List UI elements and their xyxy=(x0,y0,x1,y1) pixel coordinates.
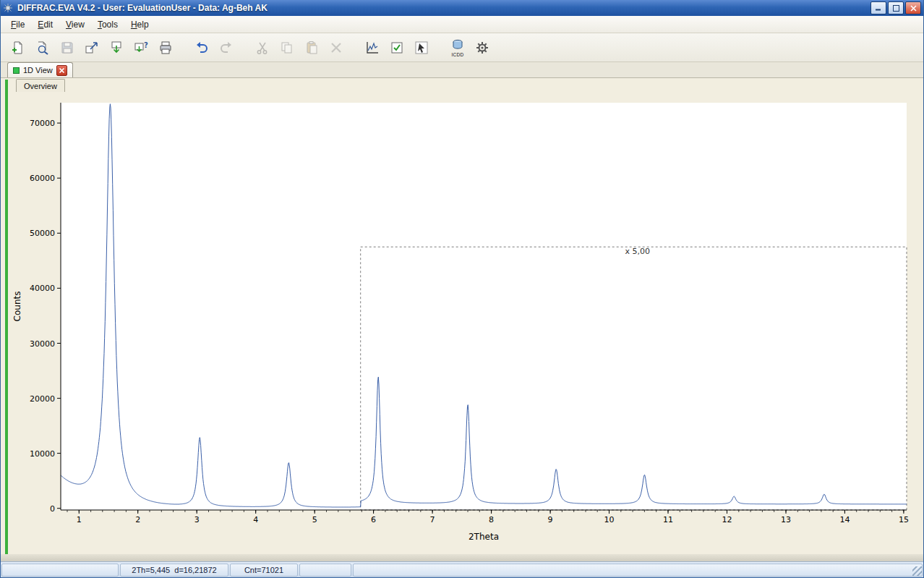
redo-icon xyxy=(219,41,234,55)
panel-footer xyxy=(0,554,924,561)
toolbar-delete-button xyxy=(325,35,347,60)
check-view-icon xyxy=(390,41,404,55)
icdd-label: ICDD xyxy=(451,52,463,57)
export-icon xyxy=(85,41,99,55)
svg-text:10000: 10000 xyxy=(30,449,55,459)
svg-text:2Theta: 2Theta xyxy=(469,532,499,542)
toolbar-save-as-button[interactable]: ? xyxy=(130,35,152,60)
svg-text:8: 8 xyxy=(489,515,494,524)
copy-icon xyxy=(280,41,294,55)
status-bar: 2Th=5,445 d=16,21872 Cnt=71021 xyxy=(0,561,924,578)
svg-text:10: 10 xyxy=(604,515,615,524)
icdd-icon xyxy=(450,38,465,52)
tab-close-button[interactable] xyxy=(56,65,67,76)
svg-text:4: 4 xyxy=(253,515,258,524)
cut-icon xyxy=(255,41,270,55)
svg-text:5: 5 xyxy=(312,515,317,524)
svg-text:1: 1 xyxy=(77,515,82,524)
svg-text:14: 14 xyxy=(839,515,850,524)
svg-text:30000: 30000 xyxy=(30,339,55,349)
settings-icon xyxy=(475,41,489,55)
svg-text:60000: 60000 xyxy=(30,174,55,183)
svg-text:9: 9 xyxy=(548,515,553,524)
svg-text:?: ? xyxy=(144,41,148,49)
status-cell-empty-2 xyxy=(299,564,351,577)
print-icon xyxy=(158,41,173,55)
toolbar-undo-button[interactable] xyxy=(191,35,213,60)
svg-text:15: 15 xyxy=(899,515,909,524)
new-icon xyxy=(11,41,25,55)
svg-text:6: 6 xyxy=(371,515,376,524)
scan-chart-icon xyxy=(365,41,380,55)
svg-text:13: 13 xyxy=(781,515,791,524)
svg-text:Counts: Counts xyxy=(12,292,22,322)
diffraction-chart[interactable]: x 5,001234567891011121314150100002000030… xyxy=(9,94,912,546)
import-icon xyxy=(109,41,124,55)
toolbar-save-button xyxy=(56,35,78,60)
toolbar-check-view-button[interactable] xyxy=(386,35,408,60)
svg-text:11: 11 xyxy=(663,515,673,524)
toolbar-paste-button xyxy=(301,35,322,60)
toolbar-import-button[interactable] xyxy=(106,35,127,60)
menu-tools[interactable]: Tools xyxy=(91,17,124,32)
save-as-icon: ? xyxy=(134,41,148,55)
tab-1d-view-label: 1D View xyxy=(23,66,53,75)
svg-text:40000: 40000 xyxy=(30,284,55,293)
toolbar-open-preview-button[interactable] xyxy=(32,35,54,60)
paste-icon xyxy=(304,41,319,55)
toolbar: ?ICDD xyxy=(0,33,924,62)
svg-text:7: 7 xyxy=(430,515,435,524)
status-cell-empty-3 xyxy=(353,564,923,577)
svg-text:0: 0 xyxy=(50,504,55,514)
toolbar-pointer-button[interactable] xyxy=(411,35,432,60)
tab-strip: 1D View xyxy=(0,62,924,78)
tab-overview[interactable]: Overview xyxy=(16,79,65,92)
app-icon xyxy=(3,3,13,13)
toolbar-scan-chart-button[interactable] xyxy=(362,35,383,60)
menu-edit[interactable]: Edit xyxy=(31,17,59,32)
chart-panel: x 5,001234567891011121314150100002000030… xyxy=(0,93,924,554)
svg-text:20000: 20000 xyxy=(30,394,55,404)
svg-text:3: 3 xyxy=(194,515,200,524)
delete-icon xyxy=(329,41,343,55)
status-cell-counts: Cnt=71021 xyxy=(230,564,298,577)
undo-icon xyxy=(194,41,209,55)
toolbar-export-button[interactable] xyxy=(81,35,103,60)
status-cell-empty-1 xyxy=(1,564,119,577)
menu-help[interactable]: Help xyxy=(124,17,155,32)
minimize-button[interactable] xyxy=(870,1,886,14)
menu-file[interactable]: File xyxy=(4,17,31,32)
toolbar-copy-button xyxy=(276,35,298,60)
toolbar-cut-button xyxy=(252,35,273,60)
toolbar-icdd-button[interactable]: ICDD xyxy=(447,35,469,60)
save-icon xyxy=(60,41,74,55)
sub-tab-strip: Overview xyxy=(0,78,924,93)
tab-1d-view[interactable]: 1D View xyxy=(7,62,73,77)
svg-text:70000: 70000 xyxy=(30,119,55,128)
title-bar: DIFFRAC.EVA V4.2 - User: EvaluationUser … xyxy=(0,0,924,16)
tab-overview-label: Overview xyxy=(24,82,57,90)
svg-text:50000: 50000 xyxy=(30,229,55,238)
menu-bar: FileEditViewToolsHelp xyxy=(0,16,924,33)
toolbar-redo-button xyxy=(215,35,237,60)
resize-grip[interactable] xyxy=(912,566,922,576)
toolbar-print-button[interactable] xyxy=(155,35,176,60)
svg-text:2: 2 xyxy=(135,515,140,524)
menu-view[interactable]: View xyxy=(59,17,91,32)
maximize-button[interactable] xyxy=(888,1,904,14)
open-preview-icon xyxy=(35,41,50,55)
toolbar-new-button[interactable] xyxy=(7,35,29,60)
active-view-indicator xyxy=(5,80,8,554)
view-type-icon xyxy=(13,67,20,74)
status-cell-coordinates: 2Th=5,445 d=16,21872 xyxy=(120,564,228,577)
close-button[interactable] xyxy=(905,1,921,14)
toolbar-settings-button[interactable] xyxy=(471,35,493,60)
pointer-icon xyxy=(414,41,429,55)
window-title: DIFFRAC.EVA V4.2 - User: EvaluationUser … xyxy=(17,3,870,13)
svg-text:x 5,00: x 5,00 xyxy=(625,247,651,256)
svg-text:12: 12 xyxy=(722,515,732,524)
